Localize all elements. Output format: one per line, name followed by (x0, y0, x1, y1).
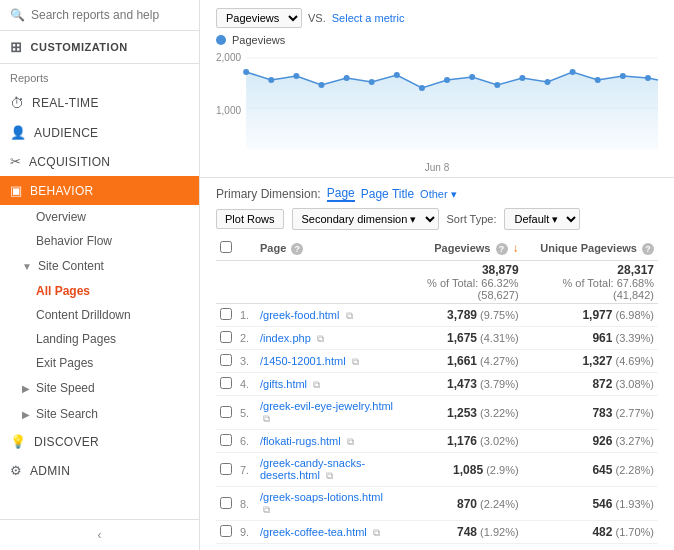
svg-point-11 (469, 74, 475, 80)
table-row: 2. /index.php ⧉ 1,675 (4.31%) 961 (3.39%… (216, 327, 658, 350)
row-checkbox[interactable] (220, 377, 232, 389)
sidebar-item-admin[interactable]: ADMIN (0, 456, 199, 485)
row-num: 9. (236, 521, 256, 544)
row-pageviews: 1,473 (3.79%) (398, 373, 523, 396)
plot-rows-button[interactable]: Plot Rows (216, 209, 284, 229)
unique-pct: (2.28%) (615, 464, 654, 476)
page-link[interactable]: /gifts.html (260, 378, 307, 390)
sidebar-collapse-button[interactable]: ‹ (0, 519, 199, 550)
dim-page-title-link[interactable]: Page Title (361, 187, 414, 201)
row-pageviews: 870 (2.24%) (398, 487, 523, 521)
search-input[interactable] (31, 8, 189, 22)
unique-value: 482 (592, 525, 612, 539)
chart-wrapper: 2,000 1,000 (216, 50, 658, 160)
sidebar-item-realtime[interactable]: REAL-TIME (0, 88, 199, 118)
unique-pct: (3.27%) (615, 435, 654, 447)
dim-other-link[interactable]: Other ▾ (420, 188, 457, 201)
select-all-checkbox[interactable] (220, 241, 232, 253)
pageviews-value: 1,661 (447, 354, 477, 368)
page-help-icon[interactable]: ? (291, 243, 303, 255)
sidebar-item-behavior[interactable]: ▣ BEHAVIOR (0, 176, 199, 205)
table-row: 4. /gifts.html ⧉ 1,473 (3.79%) 872 (3.08… (216, 373, 658, 396)
page-link[interactable]: /greek-soaps-lotions.html (260, 491, 383, 503)
sidebar-item-audience[interactable]: AUDIENCE (0, 118, 199, 147)
row-checkbox[interactable] (220, 354, 232, 366)
sidebar-item-acquisition[interactable]: ACQUISITION (0, 147, 199, 176)
table-row: 1. /greek-food.html ⧉ 3,789 (9.75%) 1,97… (216, 304, 658, 327)
pageviews-pct: (2.24%) (480, 498, 519, 510)
customization-label: CUSTOMIZATION (31, 41, 128, 53)
svg-point-3 (268, 77, 274, 83)
page-link[interactable]: /greek-evil-eye-jewelry.html (260, 400, 393, 412)
pageviews-pct: (3.22%) (480, 407, 519, 419)
table-controls: Plot Rows Secondary dimension ▾ Sort Typ… (216, 208, 658, 230)
secondary-dimension-select[interactable]: Secondary dimension ▾ (292, 208, 439, 230)
admin-icon (10, 463, 22, 478)
page-link[interactable]: /greek-candy-snacks-deserts.html (260, 457, 365, 481)
row-checkbox-cell (216, 396, 236, 430)
row-num: 7. (236, 453, 256, 487)
row-pageviews: 1,085 (2.9%) (398, 453, 523, 487)
sidebar-sub-exit-pages[interactable]: Exit Pages (0, 351, 199, 375)
sidebar-sub-behavior-flow[interactable]: Behavior Flow (0, 229, 199, 253)
sidebar-section-site-search[interactable]: ▶ Site Search (0, 401, 199, 427)
row-pageviews: 1,661 (4.27%) (398, 350, 523, 373)
row-checkbox[interactable] (220, 331, 232, 343)
sidebar-item-discover[interactable]: DISCOVER (0, 427, 199, 456)
sidebar-section-site-speed[interactable]: ▶ Site Speed (0, 375, 199, 401)
row-checkbox[interactable] (220, 463, 232, 475)
row-checkbox[interactable] (220, 497, 232, 509)
pageviews-dropdown[interactable]: Pageviews (216, 8, 302, 28)
row-unique: 926 (3.27%) (523, 430, 658, 453)
sidebar-sub-all-pages[interactable]: All Pages (0, 279, 199, 303)
unique-value: 645 (592, 463, 612, 477)
svg-point-8 (394, 72, 400, 78)
vs-label: VS. (308, 12, 326, 24)
th-checkbox (216, 236, 236, 261)
sort-type-select[interactable]: Default ▾ (504, 208, 580, 230)
row-unique: 783 (2.77%) (523, 396, 658, 430)
sidebar-section-site-content[interactable]: ▼ Site Content (0, 253, 199, 279)
row-checkbox-cell (216, 487, 236, 521)
sidebar-sub-content-drilldown[interactable]: Content Drilldown (0, 303, 199, 327)
select-metric-link[interactable]: Select a metric (332, 12, 405, 24)
svg-point-4 (293, 73, 299, 79)
site-content-label: Site Content (38, 259, 104, 273)
external-link-icon: ⧉ (313, 379, 320, 390)
page-link[interactable]: /flokati-rugs.html (260, 435, 341, 447)
row-checkbox[interactable] (220, 525, 232, 537)
pageviews-value: 870 (457, 497, 477, 511)
pageviews-help-icon[interactable]: ? (496, 243, 508, 255)
row-checkbox[interactable] (220, 308, 232, 320)
sort-arrow-icon: ↓ (513, 241, 519, 255)
row-page: /flokati-rugs.html ⧉ (256, 430, 398, 453)
svg-point-16 (595, 77, 601, 83)
page-link[interactable]: /greek-coffee-tea.html (260, 526, 367, 538)
unique-pct: (3.08%) (615, 378, 654, 390)
page-link[interactable]: /index.php (260, 332, 311, 344)
sidebar-sub-overview[interactable]: Overview (0, 205, 199, 229)
row-checkbox-cell (216, 304, 236, 327)
external-link-icon: ⧉ (317, 333, 324, 344)
pageviews-value: 1,675 (447, 331, 477, 345)
dim-page-link[interactable]: Page (327, 186, 355, 202)
svg-point-7 (369, 79, 375, 85)
sidebar-sub-landing-pages[interactable]: Landing Pages (0, 327, 199, 351)
page-link[interactable]: /greek-food.html (260, 309, 339, 321)
site-search-label: Site Search (36, 407, 98, 421)
th-pageviews: Pageviews ? ↓ (398, 236, 523, 261)
sidebar-customization[interactable]: CUSTOMIZATION (0, 31, 199, 64)
row-checkbox[interactable] (220, 434, 232, 446)
row-checkbox-cell (216, 430, 236, 453)
page-link[interactable]: /1450-12001.html (260, 355, 346, 367)
row-num: 3. (236, 350, 256, 373)
sidebar: CUSTOMIZATION Reports REAL-TIME AUDIENCE… (0, 0, 200, 550)
svg-point-5 (318, 82, 324, 88)
row-checkbox[interactable] (220, 406, 232, 418)
sidebar-search-area (0, 0, 199, 31)
row-unique: 961 (3.39%) (523, 327, 658, 350)
chevron-right-icon2: ▶ (22, 409, 30, 420)
unique-pageviews-help-icon[interactable]: ? (642, 243, 654, 255)
row-pageviews: 748 (1.92%) (398, 521, 523, 544)
external-link-icon: ⧉ (263, 504, 270, 515)
